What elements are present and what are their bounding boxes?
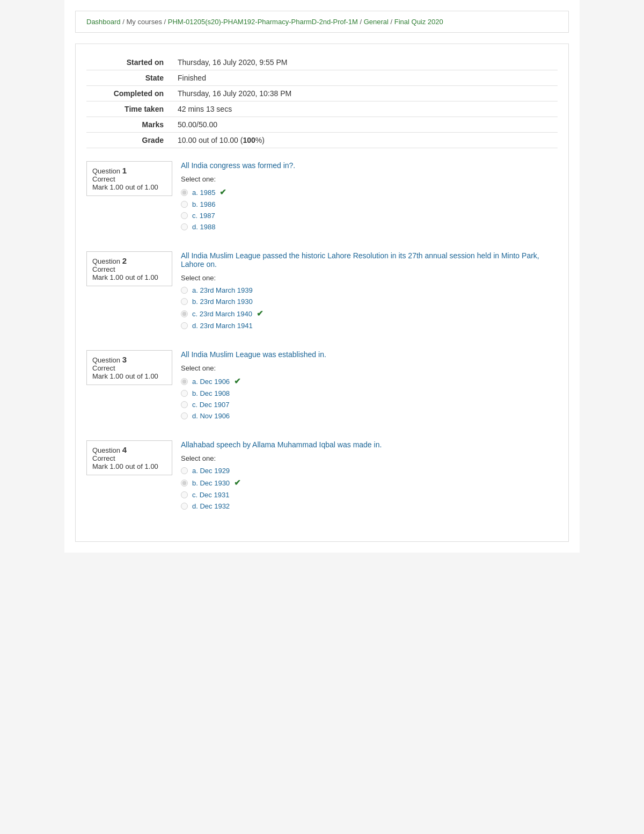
radio-q2a[interactable] bbox=[181, 287, 188, 294]
breadcrumb-dashboard[interactable]: Dashboard bbox=[86, 18, 121, 26]
option-item-q4b: b. Dec 1930✔ bbox=[181, 478, 558, 488]
option-item-q2a: a. 23rd March 1939 bbox=[181, 286, 558, 294]
radio-q4b[interactable] bbox=[181, 480, 188, 487]
option-text-q2b: b. 23rd March 1930 bbox=[192, 298, 253, 306]
state-value: Finished bbox=[172, 70, 558, 86]
option-item-q1d: d. 1988 bbox=[181, 223, 558, 231]
option-text-q1c: c. 1987 bbox=[192, 212, 215, 220]
option-item-q1c: c. 1987 bbox=[181, 212, 558, 220]
question-mark: Mark 1.00 out of 1.00 bbox=[92, 183, 166, 191]
radio-q1b[interactable] bbox=[181, 201, 188, 208]
option-list-1: a. 1985✔b. 1986c. 1987d. 1988 bbox=[181, 187, 558, 231]
select-label-2: Select one: bbox=[181, 274, 558, 282]
option-text-q3a: a. Dec 1906 bbox=[192, 378, 230, 386]
option-text-q4b: b. Dec 1930 bbox=[192, 479, 230, 487]
option-list-2: a. 23rd March 1939b. 23rd March 1930c. 2… bbox=[181, 286, 558, 330]
radio-q3c[interactable] bbox=[181, 401, 188, 408]
question-body-2: All India Muslim League passed the histo… bbox=[181, 251, 558, 333]
question-status: Correct bbox=[92, 265, 166, 273]
question-body-3: All India Muslim League was established … bbox=[181, 350, 558, 423]
question-word: Question bbox=[92, 167, 122, 175]
question-info-box-4: Question 4 Correct Mark 1.00 out of 1.00 bbox=[86, 440, 172, 475]
time-taken-label: Time taken bbox=[86, 101, 172, 117]
radio-q1a[interactable] bbox=[181, 189, 188, 196]
completed-on-label: Completed on bbox=[86, 86, 172, 101]
checkmark-icon-q4b: ✔ bbox=[234, 478, 241, 488]
option-item-q4d: d. Dec 1932 bbox=[181, 502, 558, 510]
grade-value: 10.00 out of 10.00 (100%) bbox=[172, 133, 558, 148]
question-block-2: Question 2 Correct Mark 1.00 out of 1.00… bbox=[86, 251, 558, 333]
question-number: 1 bbox=[122, 166, 127, 175]
option-text-q1a: a. 1985 bbox=[192, 188, 215, 197]
question-text-1: All India congress was formed in?. bbox=[181, 161, 558, 170]
question-number: 4 bbox=[122, 445, 127, 454]
radio-q3d[interactable] bbox=[181, 412, 188, 419]
checkmark-icon-q3a: ✔ bbox=[234, 376, 241, 386]
option-text-q3c: c. Dec 1907 bbox=[192, 401, 229, 409]
radio-q3b[interactable] bbox=[181, 390, 188, 397]
radio-q2b[interactable] bbox=[181, 298, 188, 305]
question-word: Question bbox=[92, 257, 122, 265]
option-item-q4c: c. Dec 1931 bbox=[181, 491, 558, 499]
option-text-q4d: d. Dec 1932 bbox=[192, 502, 230, 510]
option-text-q2c: c. 23rd March 1940 bbox=[192, 310, 252, 318]
question-block-3: Question 3 Correct Mark 1.00 out of 1.00… bbox=[86, 350, 558, 423]
option-text-q2d: d. 23rd March 1941 bbox=[192, 322, 253, 330]
radio-q3a[interactable] bbox=[181, 378, 188, 385]
option-item-q3b: b. Dec 1908 bbox=[181, 389, 558, 397]
option-item-q2c: c. 23rd March 1940✔ bbox=[181, 309, 558, 318]
checkmark-icon-q1a: ✔ bbox=[219, 187, 226, 197]
grade-label: Grade bbox=[86, 133, 172, 148]
select-label-3: Select one: bbox=[181, 364, 558, 372]
question-body-4: Allahabad speech by Allama Muhammad Iqba… bbox=[181, 440, 558, 513]
radio-q1c[interactable] bbox=[181, 212, 188, 219]
question-number: 3 bbox=[122, 355, 127, 364]
option-list-4: a. Dec 1929b. Dec 1930✔c. Dec 1931d. Dec… bbox=[181, 467, 558, 510]
question-status: Correct bbox=[92, 175, 166, 183]
question-block-1: Question 1 Correct Mark 1.00 out of 1.00… bbox=[86, 161, 558, 234]
option-text-q4a: a. Dec 1929 bbox=[192, 467, 230, 475]
question-mark: Mark 1.00 out of 1.00 bbox=[92, 372, 166, 380]
breadcrumb-general[interactable]: General bbox=[364, 18, 389, 26]
radio-q2c[interactable] bbox=[181, 310, 188, 317]
option-item-q1b: b. 1986 bbox=[181, 200, 558, 208]
question-number: 2 bbox=[122, 256, 127, 265]
radio-q1d[interactable] bbox=[181, 223, 188, 230]
question-label: Question 4 bbox=[92, 445, 166, 454]
question-mark: Mark 1.00 out of 1.00 bbox=[92, 273, 166, 281]
completed-on-value: Thursday, 16 July 2020, 10:38 PM bbox=[172, 86, 558, 101]
question-block-4: Question 4 Correct Mark 1.00 out of 1.00… bbox=[86, 440, 558, 513]
option-item-q4a: a. Dec 1929 bbox=[181, 467, 558, 475]
option-item-q3c: c. Dec 1907 bbox=[181, 401, 558, 409]
option-item-q3d: d. Nov 1906 bbox=[181, 412, 558, 420]
select-label-4: Select one: bbox=[181, 454, 558, 462]
time-taken-value: 42 mins 13 secs bbox=[172, 101, 558, 117]
breadcrumb-course[interactable]: PHM-01205(s20)-PHAM192-Pharmacy-PharmD-2… bbox=[168, 18, 358, 26]
question-text-2: All India Muslim League passed the histo… bbox=[181, 251, 558, 269]
option-item-q2b: b. 23rd March 1930 bbox=[181, 298, 558, 306]
questions-container: Question 1 Correct Mark 1.00 out of 1.00… bbox=[86, 161, 558, 513]
option-text-q1d: d. 1988 bbox=[192, 223, 215, 231]
grade-prefix: 10.00 out of 10.00 ( bbox=[178, 136, 243, 144]
radio-q4d[interactable] bbox=[181, 503, 188, 510]
breadcrumb-quiz[interactable]: Final Quiz 2020 bbox=[394, 18, 443, 26]
radio-q4a[interactable] bbox=[181, 467, 188, 474]
question-info-box-1: Question 1 Correct Mark 1.00 out of 1.00 bbox=[86, 161, 172, 196]
started-on-label: Started on bbox=[86, 55, 172, 70]
question-word: Question bbox=[92, 356, 122, 364]
question-label: Question 2 bbox=[92, 256, 166, 265]
select-label-1: Select one: bbox=[181, 175, 558, 183]
question-status: Correct bbox=[92, 454, 166, 462]
option-item-q1a: a. 1985✔ bbox=[181, 187, 558, 197]
radio-q4c[interactable] bbox=[181, 491, 188, 498]
question-info-box-3: Question 3 Correct Mark 1.00 out of 1.00 bbox=[86, 350, 172, 385]
option-text-q3d: d. Nov 1906 bbox=[192, 412, 230, 420]
question-info-box-2: Question 2 Correct Mark 1.00 out of 1.00 bbox=[86, 251, 172, 286]
question-label: Question 1 bbox=[92, 166, 166, 175]
grade-suffix: %) bbox=[255, 136, 265, 144]
option-text-q1b: b. 1986 bbox=[192, 200, 215, 208]
radio-q2d[interactable] bbox=[181, 322, 188, 329]
option-text-q2a: a. 23rd March 1939 bbox=[192, 286, 253, 294]
question-label: Question 3 bbox=[92, 355, 166, 364]
checkmark-icon-q2c: ✔ bbox=[257, 309, 264, 318]
